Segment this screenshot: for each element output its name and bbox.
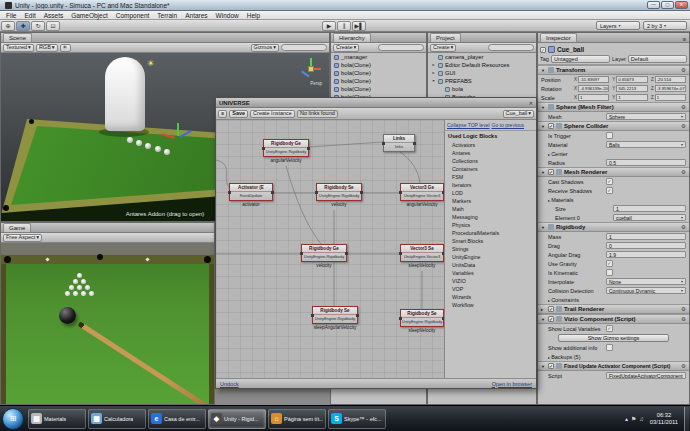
taskbar-button[interactable]: ⌂ Página sem tít... (268, 409, 326, 429)
menu-item[interactable]: Terrain (153, 12, 181, 19)
tray-expand-icon[interactable]: ▴ (625, 415, 628, 422)
component-header-mesh-renderer[interactable]: ▼ ✓ Mesh Renderer ⚙ (538, 167, 689, 177)
property-row[interactable]: Use Gravity✓ (538, 259, 689, 268)
position-z-field[interactable]: -20.514 (655, 76, 686, 83)
menu-item[interactable]: Edit (20, 12, 39, 19)
volume-icon[interactable]: ♫ (639, 416, 644, 422)
universe-canvas[interactable]: Rigidbody GeUnityEngine.Rigidbody angula… (216, 120, 446, 378)
logic-block-item[interactable]: VOP (445, 285, 536, 293)
expand-caret-icon[interactable]: ▸ (431, 69, 436, 77)
property-row[interactable]: Radius0.5 (538, 158, 689, 167)
show-desktop-button[interactable] (684, 407, 689, 431)
property-row[interactable]: Cast Shadows✓ (538, 177, 689, 186)
pause-button[interactable]: ∥ (337, 21, 351, 31)
node-activator[interactable]: Activator (EFixedUpdate activator (229, 183, 273, 207)
component-header-vizio[interactable]: ▼ ✓ Vizio Component (Script) ⚙ (538, 314, 689, 324)
property-row[interactable]: Receive Shadows✓ (538, 186, 689, 195)
node-links[interactable]: Linkslinks (383, 134, 415, 153)
gear-icon[interactable]: ⚙ (681, 363, 686, 369)
taskbar-button[interactable]: ▤ Materials (28, 409, 86, 429)
component-header-trail-renderer[interactable]: ▸ ✓ Trail Renderer ⚙ (538, 304, 689, 314)
scale-z-field[interactable]: 1 (655, 94, 686, 101)
property-row[interactable]: Drag0 (538, 241, 689, 250)
render-channel-dropdown[interactable]: RGB▾ (36, 44, 58, 52)
rotation-x-field[interactable]: -4.936139e-20 (578, 85, 609, 92)
gear-icon[interactable]: ⚙ (681, 67, 686, 73)
save-button[interactable]: Save (229, 110, 248, 118)
hierarchy-item[interactable]: bola(Clone) (331, 85, 426, 93)
step-button[interactable]: ▶▌ (352, 21, 366, 31)
layout-dropdown[interactable]: 2 by 3 ▾ (643, 21, 687, 30)
tab-hierarchy[interactable]: Hierarchy (333, 33, 371, 42)
rotate-tool-button[interactable]: ↻ (31, 21, 45, 31)
panel-menu-icon[interactable]: ≡ (683, 36, 689, 42)
go-to-previous-link[interactable]: Go to previous (492, 122, 525, 128)
property-row[interactable]: Materials (538, 195, 689, 204)
logic-block-item[interactable]: Collections (445, 157, 536, 165)
game-viewport[interactable] (1, 243, 214, 404)
logic-block-item[interactable]: ProceduralMaterials (445, 229, 536, 237)
tab-game[interactable]: Game (3, 223, 31, 232)
component-enabled-checkbox[interactable]: ✓ (548, 363, 554, 369)
scale-tool-button[interactable]: ⊡ (46, 21, 60, 31)
rotation-z-field[interactable]: -3.959674e-07 (655, 85, 686, 92)
component-enabled-checkbox[interactable]: ✓ (548, 169, 554, 175)
foldout-icon[interactable]: ▼ (541, 225, 546, 230)
project-create-button[interactable]: Create▾ (430, 44, 456, 52)
logic-block-item[interactable]: UnitsData (445, 261, 536, 269)
property-row[interactable]: Backups (5) (538, 352, 689, 361)
tag-dropdown[interactable]: Untagged (551, 55, 610, 63)
component-enabled-checkbox[interactable]: ✓ (548, 123, 554, 129)
play-button[interactable]: ▶ (322, 21, 336, 31)
gear-icon[interactable]: ⚙ (681, 169, 686, 175)
node-rigidbody-set[interactable]: Rigidbody SeUnityEngine.Rigidbody veloci… (316, 183, 362, 207)
gear-icon[interactable]: ⚙ (681, 123, 686, 129)
logic-block-item[interactable]: Messaging (445, 213, 536, 221)
component-header-rigidbody[interactable]: ▼ Rigidbody ⚙ (538, 222, 689, 232)
ghost-object[interactable] (105, 57, 145, 131)
property-row[interactable]: ScriptFixedUpdateActivatorComponent (538, 371, 689, 380)
gear-icon[interactable]: ⚙ (681, 316, 686, 322)
node-rigidbody-set[interactable]: Rigidbody SeUnityEngine.Rigidbody sleepV… (400, 309, 444, 333)
component-enabled-checkbox[interactable]: ✓ (548, 316, 554, 322)
foldout-icon[interactable]: ▼ (541, 124, 546, 129)
light-gizmo-icon[interactable]: ☀ (147, 59, 154, 68)
start-button[interactable]: ⊞ (2, 408, 24, 430)
menu-item[interactable]: Help (243, 12, 264, 19)
project-item[interactable]: ▸ GUI (428, 69, 536, 77)
logic-block-item[interactable]: UnityEngine (445, 253, 536, 261)
node-rigidbody-get[interactable]: Rigidbody GeUnityEngine.Rigidbody angula… (263, 139, 309, 163)
logic-block-item[interactable]: Variables (445, 269, 536, 277)
property-row[interactable]: Is Trigger (538, 131, 689, 140)
hierarchy-item[interactable]: bola(Clone) (331, 61, 426, 69)
logic-block-item[interactable]: Containers (445, 165, 536, 173)
open-in-browser-link[interactable]: Open in browser (492, 381, 532, 387)
gizmos-dropdown[interactable]: Gizmos▾ (251, 44, 279, 52)
property-row[interactable]: InterpolateNone (538, 277, 689, 286)
logic-block-item[interactable]: Math (445, 205, 536, 213)
universe-titlebar[interactable]: UNIVERSE ✕ (216, 98, 536, 108)
hierarchy-search-input[interactable] (378, 44, 424, 51)
property-row[interactable]: Size1 (538, 204, 689, 213)
taskbar-button[interactable]: S Skype™ - efc... (328, 409, 386, 429)
scale-y-field[interactable]: 1 (616, 94, 647, 101)
scene-search-input[interactable] (281, 44, 327, 51)
logic-block-item[interactable]: Strings (445, 245, 536, 253)
gear-icon[interactable]: ⚙ (681, 224, 686, 230)
logic-block-item[interactable]: Workflow (445, 301, 536, 309)
hierarchy-item[interactable]: bola(Clone) (331, 77, 426, 85)
logic-block-item[interactable]: FSM (445, 173, 536, 181)
menu-item[interactable]: GameObject (67, 12, 112, 19)
target-object-dropdown[interactable]: Cue_ball▾ (503, 110, 534, 118)
rotation-y-field[interactable]: 345.2213 (616, 85, 647, 92)
tab-project[interactable]: Project (430, 33, 461, 42)
create-instance-button[interactable]: Create Instance (250, 110, 295, 118)
gear-icon[interactable]: ⚙ (681, 306, 686, 312)
projection-label[interactable]: Persp (310, 81, 322, 86)
component-header-mesh-filter[interactable]: ▼ Sphere (Mesh Filter) ⚙ (538, 102, 689, 112)
menu-item[interactable]: Antares (181, 12, 211, 19)
logic-block-item[interactable]: Iterators (445, 181, 536, 189)
property-row[interactable]: Constraints (538, 295, 689, 304)
foldout-icon[interactable]: ▼ (541, 364, 546, 369)
property-row[interactable]: Show additional info (538, 343, 689, 352)
